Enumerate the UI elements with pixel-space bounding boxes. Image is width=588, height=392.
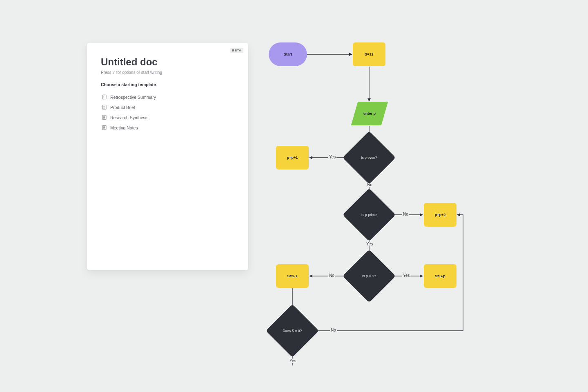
flowchart-canvas[interactable]: Yes No No Yes No Yes No Yes Start S=12 e… (265, 37, 478, 376)
doc-title[interactable]: Untitled doc (101, 56, 234, 68)
flow-node-s-init[interactable]: S=12 (353, 42, 385, 66)
edge-label-yes: Yes (365, 242, 374, 246)
template-item[interactable]: Meeting Notes (101, 122, 234, 133)
template-item-label: Retrospective Summary (110, 95, 156, 100)
flow-node-start[interactable]: Start (269, 42, 307, 66)
doc-icon (102, 94, 107, 100)
template-item[interactable]: Research Synthesis (101, 112, 234, 122)
doc-icon (102, 115, 107, 120)
edge-label-yes: Yes (289, 359, 297, 363)
doc-icon (102, 125, 107, 130)
edge-label-no: No (402, 212, 409, 216)
edge-label-yes: Yes (402, 273, 410, 278)
template-section-heading: Choose a starting template (101, 82, 234, 87)
doc-icon (102, 105, 107, 110)
template-item[interactable]: Product Brief (101, 102, 234, 112)
doc-hint: Press '/' for options or start writing (101, 70, 234, 75)
flow-node-is-p-even[interactable]: Is p even? (343, 131, 396, 184)
new-doc-card: BETA Untitled doc Press '/' for options … (87, 43, 248, 270)
beta-badge: BETA (230, 48, 243, 53)
template-item-label: Research Synthesis (110, 115, 148, 120)
flow-node-p-plus-2[interactable]: p=p+2 (424, 203, 457, 227)
flow-node-s-minus-p[interactable]: S=S-p (424, 264, 457, 288)
edge-label-no: No (328, 273, 335, 278)
template-item-label: Meeting Notes (110, 125, 138, 130)
flow-node-is-p-lt-s[interactable]: Is p < S? (343, 249, 396, 303)
template-item-label: Product Brief (110, 105, 135, 110)
edge-label-no: No (330, 328, 337, 332)
flow-node-p-plus-1[interactable]: p=p+1 (276, 146, 309, 169)
flow-node-enter-p[interactable]: enter p (351, 102, 388, 125)
flow-node-does-s-eq-0[interactable]: Does S = 0? (266, 304, 319, 357)
edge-label-yes: Yes (328, 155, 336, 159)
flow-node-is-p-prime[interactable]: Is p prime (343, 188, 396, 241)
template-list: Retrospective Summary Product Brief (101, 92, 234, 133)
template-item[interactable]: Retrospective Summary (101, 92, 234, 102)
flow-node-s-minus-1[interactable]: S=S-1 (276, 264, 309, 288)
